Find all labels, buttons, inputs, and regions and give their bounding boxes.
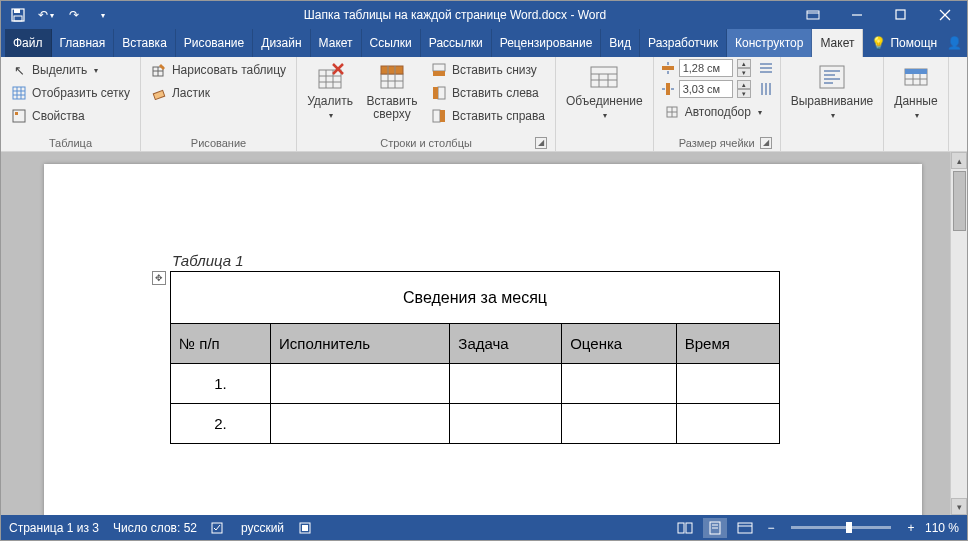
table-header-cell[interactable]: № п/п bbox=[171, 324, 271, 364]
svg-rect-1 bbox=[14, 9, 20, 13]
delete-button[interactable]: Удалить▾ bbox=[303, 59, 357, 127]
read-mode-button[interactable] bbox=[673, 518, 697, 538]
word-count[interactable]: Число слов: 52 bbox=[113, 521, 197, 535]
pencil-table-icon bbox=[151, 62, 167, 78]
print-layout-button[interactable] bbox=[703, 518, 727, 538]
zoom-slider[interactable] bbox=[791, 526, 891, 529]
group-table: ↖Выделить▾ Отобразить сетку Свойства Таб… bbox=[1, 57, 141, 151]
autofit-button[interactable]: Автоподбор▾ bbox=[660, 101, 774, 123]
zoom-level[interactable]: 110 % bbox=[925, 521, 959, 535]
group-label bbox=[562, 147, 647, 151]
svg-rect-72 bbox=[678, 523, 684, 533]
distribute-rows-icon[interactable] bbox=[758, 60, 774, 76]
table-title-cell[interactable]: Сведения за месяц bbox=[171, 272, 780, 324]
macro-icon[interactable] bbox=[298, 521, 312, 535]
tab-draw[interactable]: Рисование bbox=[176, 29, 253, 57]
alignment-button[interactable]: Выравнивание▾ bbox=[787, 59, 878, 127]
group-merge: Объединение▾ bbox=[556, 57, 654, 151]
maximize-button[interactable] bbox=[879, 1, 923, 29]
window-controls bbox=[791, 1, 967, 29]
insert-left-button[interactable]: Вставить слева bbox=[427, 82, 549, 104]
dialog-launcher[interactable]: ◢ bbox=[535, 137, 547, 149]
insert-above-button[interactable]: Вставить сверху bbox=[361, 59, 423, 127]
tab-review[interactable]: Рецензирование bbox=[492, 29, 602, 57]
save-button[interactable] bbox=[5, 4, 31, 26]
language-status[interactable]: русский bbox=[241, 521, 284, 535]
height-down[interactable]: ▾ bbox=[737, 68, 751, 77]
data-button[interactable]: Данные▾ bbox=[890, 59, 941, 127]
svg-rect-34 bbox=[433, 71, 445, 76]
svg-rect-38 bbox=[440, 110, 445, 122]
page[interactable]: Таблица 1 ✥ Сведения за месяц № п/п Испо… bbox=[44, 164, 922, 515]
document-table[interactable]: Сведения за месяц № п/п Исполнитель Зада… bbox=[170, 271, 780, 444]
table-header-cell[interactable]: Оценка bbox=[562, 324, 677, 364]
gridlines-button[interactable]: Отобразить сетку bbox=[7, 82, 134, 104]
page-status[interactable]: Страница 1 из 3 bbox=[9, 521, 99, 535]
tab-table-layout[interactable]: Макет bbox=[812, 29, 863, 57]
height-up[interactable]: ▴ bbox=[737, 59, 751, 68]
eraser-button[interactable]: Ластик bbox=[147, 82, 290, 104]
cursor-icon: ↖ bbox=[11, 62, 27, 78]
tab-insert[interactable]: Вставка bbox=[114, 29, 176, 57]
quick-access-toolbar: ↶▾ ↷ ▾ bbox=[1, 4, 119, 26]
tab-references[interactable]: Ссылки bbox=[362, 29, 421, 57]
table-row[interactable]: 1. bbox=[171, 364, 780, 404]
zoom-handle[interactable] bbox=[846, 522, 852, 533]
tab-home[interactable]: Главная bbox=[52, 29, 115, 57]
tell-me[interactable]: 💡Помощн bbox=[871, 36, 937, 50]
distribute-cols-icon[interactable] bbox=[758, 81, 774, 97]
group-label: Таблица bbox=[7, 135, 134, 151]
tab-mailings[interactable]: Рассылки bbox=[421, 29, 492, 57]
web-layout-button[interactable] bbox=[733, 518, 757, 538]
tab-layout[interactable]: Макет bbox=[311, 29, 362, 57]
undo-button[interactable]: ↶▾ bbox=[33, 4, 59, 26]
table-move-handle[interactable]: ✥ bbox=[152, 271, 166, 285]
delete-icon bbox=[314, 61, 346, 93]
scroll-down-button[interactable]: ▾ bbox=[951, 498, 967, 515]
svg-rect-37 bbox=[433, 110, 440, 122]
group-label: Рисование bbox=[147, 135, 290, 151]
grid-icon bbox=[11, 85, 27, 101]
select-button[interactable]: ↖Выделить▾ bbox=[7, 59, 134, 81]
tab-view[interactable]: Вид bbox=[601, 29, 640, 57]
zoom-out-button[interactable]: − bbox=[763, 520, 779, 536]
width-up[interactable]: ▴ bbox=[737, 80, 751, 89]
tab-design[interactable]: Дизайн bbox=[253, 29, 310, 57]
svg-rect-50 bbox=[666, 83, 670, 95]
properties-icon bbox=[11, 108, 27, 124]
vertical-scrollbar[interactable]: ▴ ▾ bbox=[950, 152, 967, 515]
dialog-launcher[interactable]: ◢ bbox=[760, 137, 772, 149]
group-rows-columns: Удалить▾ Вставить сверху Вставить снизу … bbox=[297, 57, 556, 151]
zoom-in-button[interactable]: + bbox=[903, 520, 919, 536]
insert-below-button[interactable]: Вставить снизу bbox=[427, 59, 549, 81]
draw-table-button[interactable]: Нарисовать таблицу bbox=[147, 59, 290, 81]
scroll-up-button[interactable]: ▴ bbox=[951, 152, 967, 169]
table-caption[interactable]: Таблица 1 bbox=[172, 252, 882, 269]
svg-rect-59 bbox=[820, 66, 844, 88]
table-row[interactable]: 2. bbox=[171, 404, 780, 444]
tab-developer[interactable]: Разработчик bbox=[640, 29, 727, 57]
insert-right-button[interactable]: Вставить справа bbox=[427, 105, 549, 127]
merge-icon bbox=[588, 61, 620, 93]
properties-button[interactable]: Свойства bbox=[7, 105, 134, 127]
ribbon-options-button[interactable] bbox=[791, 1, 835, 29]
scroll-thumb[interactable] bbox=[953, 171, 966, 231]
table-header-cell[interactable]: Время bbox=[676, 324, 779, 364]
alignment-icon bbox=[816, 61, 848, 93]
height-input[interactable]: 1,28 см bbox=[679, 59, 733, 77]
qat-customize[interactable]: ▾ bbox=[89, 4, 115, 26]
tab-file[interactable]: Файл bbox=[5, 29, 52, 57]
width-input[interactable]: 3,03 см bbox=[679, 80, 733, 98]
close-button[interactable] bbox=[923, 1, 967, 29]
spellcheck-icon[interactable] bbox=[211, 521, 227, 535]
width-down[interactable]: ▾ bbox=[737, 89, 751, 98]
redo-button[interactable]: ↷ bbox=[61, 4, 87, 26]
table-header-cell[interactable]: Исполнитель bbox=[271, 324, 450, 364]
tab-table-design[interactable]: Конструктор bbox=[727, 29, 812, 57]
svg-rect-10 bbox=[13, 87, 25, 99]
merge-button[interactable]: Объединение▾ bbox=[562, 59, 647, 127]
account-icon[interactable]: 👤 bbox=[947, 36, 962, 50]
svg-rect-15 bbox=[13, 110, 25, 122]
minimize-button[interactable] bbox=[835, 1, 879, 29]
table-header-cell[interactable]: Задача bbox=[450, 324, 562, 364]
